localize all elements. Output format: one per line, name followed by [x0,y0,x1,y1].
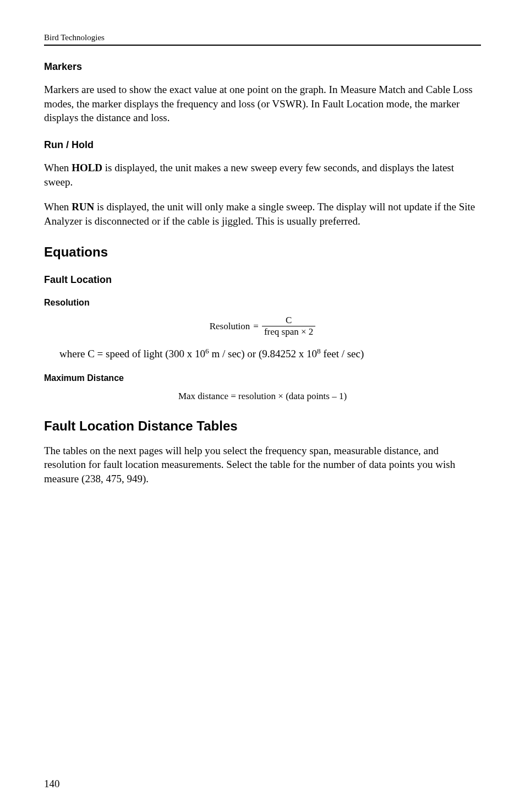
tables-paragraph: The tables on the next pages will help y… [44,444,481,486]
runhold-heading: Run / Hold [44,139,481,151]
text: is displayed, the unit makes a new sweep… [44,162,454,188]
hold-label: HOLD [72,162,102,173]
resolution-equation: Resolution = C freq span × 2 [44,315,481,337]
tables-heading: Fault Location Distance Tables [44,418,481,434]
run-label: RUN [72,201,94,212]
max-distance-equation: Max distance = resolution × (data points… [44,391,481,402]
exponent: 6 [205,347,209,355]
markers-paragraph: Markers are used to show the exact value… [44,83,481,125]
eq-lhs: Resolution [210,321,250,332]
speed-of-light-note: where C = speed of light (300 x 106 m / … [59,347,481,361]
eq-sign: = [253,321,259,332]
fault-location-heading: Fault Location [44,274,481,286]
text: where C = speed of light (300 x 10 [59,348,205,359]
text: feet / sec) [321,348,364,359]
text: is displayed, the unit will only make a … [44,201,475,227]
page-number: 140 [44,778,60,790]
max-distance-heading: Maximum Distance [44,373,481,383]
equations-heading: Equations [44,244,481,260]
markers-heading: Markers [44,61,481,73]
eq-numerator: C [283,315,294,326]
runhold-p2: When RUN is displayed, the unit will onl… [44,200,481,228]
text: When [44,201,72,212]
runhold-p1: When HOLD is displayed, the unit makes a… [44,161,481,189]
eq-denominator: freq span × 2 [262,326,315,337]
text: When [44,162,72,173]
exponent: 8 [317,347,321,355]
page-header: Bird Technologies [44,33,481,46]
resolution-heading: Resolution [44,298,481,308]
text: m / sec) or (9.84252 x 10 [209,348,317,359]
eq-fraction: C freq span × 2 [262,315,315,337]
